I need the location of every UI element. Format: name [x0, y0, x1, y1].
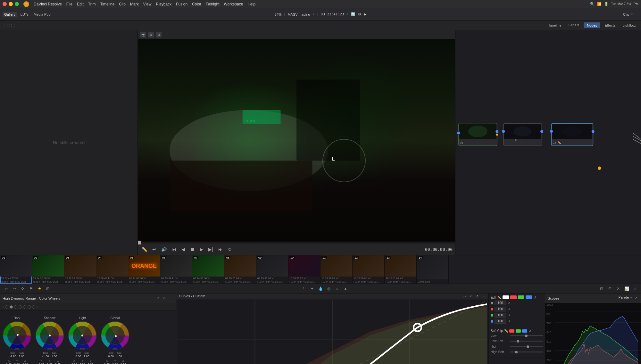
- channel-blue-reset[interactable]: ↺: [507, 319, 510, 323]
- sc-low-slider[interactable]: [510, 335, 543, 336]
- menu-view[interactable]: View: [143, 2, 152, 6]
- sc-high-thumb[interactable]: [527, 345, 529, 348]
- sc-swatch-blue[interactable]: [522, 329, 527, 333]
- curves-more-btn[interactable]: ⋯: [481, 294, 486, 299]
- scatter-tool[interactable]: ✦: [309, 285, 316, 292]
- monitor-icon[interactable]: 🖥: [148, 32, 154, 37]
- menu-edit[interactable]: Edit: [77, 2, 84, 6]
- menu-davinciresove[interactable]: DaVinci Resolve: [34, 2, 62, 6]
- step-back[interactable]: ◀: [180, 246, 186, 252]
- channel-white-value[interactable]: [495, 301, 506, 305]
- edit-reset-btn[interactable]: ↺: [533, 296, 536, 299]
- audio-icon[interactable]: 🔊: [160, 246, 168, 252]
- gallery-button[interactable]: Gallery: [3, 12, 17, 17]
- menu-mark[interactable]: Mark: [130, 2, 139, 6]
- paste-grade[interactable]: ⊟: [606, 285, 613, 292]
- timeline-tab[interactable]: Timeline: [545, 22, 564, 28]
- stop-button[interactable]: ⏹: [189, 246, 196, 252]
- scopes-tool[interactable]: 📊: [623, 285, 630, 292]
- clip-item-09[interactable]: 09 03:25:39:06 V1 H.264 High 4:2:2 LS:1: [256, 255, 288, 284]
- menu-file[interactable]: File: [66, 2, 72, 6]
- wheels-nav-dot-6[interactable]: [28, 305, 31, 309]
- channel-green-reset[interactable]: ↺: [507, 313, 510, 317]
- sc-lowsoft-slider[interactable]: [510, 341, 543, 342]
- highlight-tool[interactable]: ★: [36, 285, 43, 292]
- wheels-nav-dot-4[interactable]: [19, 305, 22, 309]
- magic-tool[interactable]: ◎: [325, 285, 332, 292]
- eyedropper-tool[interactable]: 💧: [317, 285, 324, 292]
- video-playbar[interactable]: [138, 242, 455, 244]
- step-fwd[interactable]: ▶|: [207, 246, 214, 252]
- global-wheel[interactable]: [101, 321, 129, 350]
- wheels-nav-dot-7[interactable]: [32, 305, 35, 309]
- settings-icon[interactable]: ⚙: [156, 32, 162, 37]
- clip-item-02[interactable]: 02 03:24:36:06 V1 H.264 High 4:2:2 LS:1: [32, 255, 64, 284]
- curves-monitor-btn[interactable]: ▭: [462, 294, 467, 299]
- undo-icon[interactable]: ↩: [151, 246, 157, 252]
- clip-item-05[interactable]: ORANGE 05 00:41:03:38 V1 H.264 High 4:2:…: [128, 255, 160, 284]
- edit-swatch-blue[interactable]: [526, 295, 532, 299]
- fullscreen-tool[interactable]: ⤢: [631, 285, 638, 292]
- minimize-button[interactable]: [9, 2, 13, 6]
- sc-highsoft-thumb[interactable]: [515, 351, 518, 353]
- edit-swatch-red[interactable]: [510, 295, 517, 299]
- clip-item-14[interactable]: 14 Compound: [417, 255, 449, 284]
- menu-workspace[interactable]: Workspace: [224, 2, 243, 6]
- undo-tool[interactable]: ↩: [3, 285, 10, 292]
- timecode-dropdown[interactable]: ▾: [346, 12, 348, 16]
- sc-low-thumb[interactable]: [525, 335, 528, 337]
- curve-tool[interactable]: ⌇: [300, 285, 307, 292]
- light-wheel[interactable]: [68, 321, 97, 350]
- sc-reset-btn[interactable]: ↺: [529, 329, 531, 333]
- circle-tool[interactable]: ○: [334, 285, 341, 292]
- menu-timeline[interactable]: Timeline: [100, 2, 114, 6]
- menu-trim[interactable]: Trim: [88, 2, 96, 6]
- channel-green-value[interactable]: [495, 313, 506, 318]
- wheels-reset-btn[interactable]: ↺: [162, 296, 167, 301]
- loop-clips-tool[interactable]: ⟳: [19, 285, 26, 292]
- media-pool-button[interactable]: Media Pool: [32, 12, 53, 17]
- clip-item-04[interactable]: 04 16:08:49:11 V1 H.264 High 4:2:2 LS:1: [96, 255, 128, 284]
- close-button[interactable]: [3, 2, 7, 6]
- maximize-button[interactable]: [15, 2, 19, 6]
- lightbox-tab[interactable]: Lightbox: [620, 22, 638, 28]
- effects-tab[interactable]: Effects: [602, 22, 618, 28]
- redo-tool[interactable]: ↪: [11, 285, 18, 292]
- grid-tool[interactable]: ⊞: [44, 285, 51, 292]
- sc-swatch-red[interactable]: [509, 329, 514, 333]
- edit-swatch-green[interactable]: [518, 295, 524, 299]
- wheels-nav-right[interactable]: ›: [37, 305, 38, 309]
- brush-tool[interactable]: ▲: [342, 285, 349, 292]
- wheels-nav-dot-5[interactable]: [23, 305, 26, 309]
- channel-red-reset[interactable]: ↺: [507, 307, 510, 311]
- wheels-nav-left[interactable]: ‹: [3, 305, 4, 309]
- clips-tab[interactable]: Clips ▾: [566, 22, 582, 28]
- loop-button[interactable]: ↻: [227, 246, 233, 252]
- curves-reset-btn[interactable]: ↺: [474, 294, 479, 299]
- clip-item-13[interactable]: 13 16:10:01:01 V1 H.264 High 4:2:2 LS:1: [385, 255, 417, 284]
- luts-button[interactable]: LUTs: [19, 12, 30, 17]
- sc-swatch-green[interactable]: [516, 329, 521, 333]
- wheels-nav-dot-2[interactable]: [10, 305, 13, 309]
- wheels-nav-dot-1[interactable]: [5, 305, 8, 309]
- clip-item-11[interactable]: 11 16:09:58:01 V1 H.264 High 4:2:2 LS:1: [320, 255, 353, 284]
- wheels-nav-dot-3[interactable]: [14, 305, 17, 309]
- pencil-tool[interactable]: ✏️: [140, 246, 148, 252]
- sc-lowsoft-thumb[interactable]: [517, 340, 519, 343]
- clip-item-03[interactable]: 03 16:22:21:05 V1 H.264 High 4:2:2 LS:1: [64, 255, 96, 284]
- edit-swatch-white[interactable]: [503, 295, 509, 299]
- playbar-thumb[interactable]: [138, 241, 141, 244]
- sc-highsoft-slider[interactable]: [510, 352, 543, 352]
- dark-wheel[interactable]: [3, 321, 31, 350]
- sc-high-slider[interactable]: [510, 346, 543, 347]
- clip-item-06[interactable]: 06 03:23:34:11 V1 H.264 High 4:2:2 LS:1: [160, 255, 192, 284]
- curves-expand-btn[interactable]: ⤢: [468, 294, 473, 299]
- channel-red-value[interactable]: [495, 307, 506, 311]
- flag-tool[interactable]: ⚑: [28, 285, 35, 292]
- channel-white-reset[interactable]: ↺: [507, 301, 510, 305]
- edit-pencil-icon[interactable]: ✏️: [497, 296, 501, 299]
- clear-grade[interactable]: ✕: [615, 285, 622, 292]
- clip-item-07[interactable]: 07 03:24:53:00 V1 H.264 High 4:2:2 LS:1: [192, 255, 224, 284]
- curves-graph[interactable]: [178, 300, 487, 364]
- menu-clip[interactable]: Clip: [119, 2, 126, 6]
